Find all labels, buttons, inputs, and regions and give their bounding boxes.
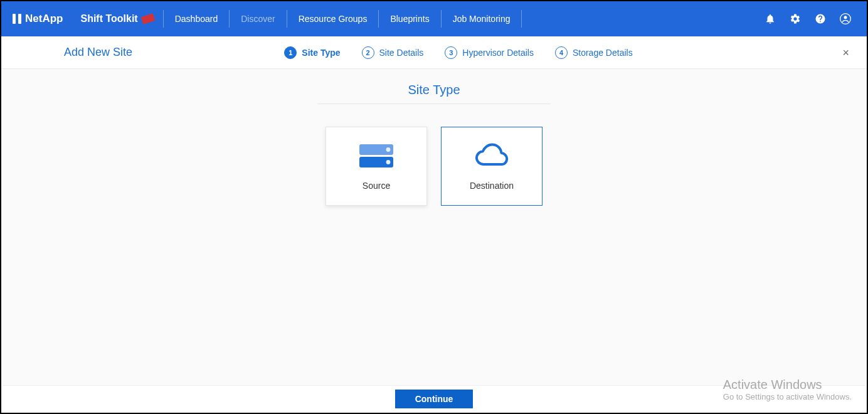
card-label: Source [363,181,390,191]
netapp-logo-icon [13,14,21,24]
nav-item-label: Dashboard [175,14,218,24]
close-icon[interactable]: × [842,47,849,58]
section-divider [317,104,551,104]
user-icon[interactable] [839,13,852,25]
nav-item-resource-groups[interactable]: Resource Groups [287,10,379,28]
step-storage-details[interactable]: 4 Storage Details [555,46,633,59]
nav-item-label: Job Monitoring [453,14,511,24]
gear-icon[interactable] [789,13,802,25]
nav-items: Dashboard Discover Resource Groups Bluep… [163,1,522,36]
card-label: Destination [470,181,514,191]
bell-icon[interactable] [764,13,776,25]
step-label: Storage Details [573,48,633,58]
site-type-card-source[interactable]: Source [326,127,427,206]
subheader: Add New Site 1 Site Type 2 Site Details … [1,36,867,69]
step-number: 2 [362,46,374,59]
step-site-details[interactable]: 2 Site Details [362,46,424,59]
page-title: Add New Site [64,46,132,59]
step-number: 4 [555,46,568,59]
step-site-type[interactable]: 1 Site Type [284,46,340,59]
nav-item-dashboard[interactable]: Dashboard [163,10,230,28]
help-icon[interactable] [814,13,827,25]
step-number: 3 [445,46,457,59]
brand: NetApp [13,13,63,25]
top-nav: NetApp Shift Toolkit Dashboard Discover … [1,1,867,36]
nav-icons [764,13,857,25]
nav-item-blueprints[interactable]: Blueprints [378,10,440,28]
nav-item-job-monitoring[interactable]: Job Monitoring [441,10,522,28]
nav-item-label: Discover [241,14,275,24]
svg-point-5 [386,160,391,164]
step-label: Site Details [379,48,424,58]
site-type-cards: Source Destination [1,127,867,206]
brand-name: NetApp [25,13,63,25]
nav-item-label: Resource Groups [299,14,368,24]
main-content: Site Type Source Destination [1,69,867,206]
section-title: Site Type [1,83,867,97]
product-name: Shift Toolkit [80,13,137,24]
stepper: 1 Site Type 2 Site Details 3 Hypervisor … [284,46,632,59]
step-label: Hypervisor Details [462,48,534,58]
step-hypervisor-details[interactable]: 3 Hypervisor Details [445,46,534,59]
step-label: Site Type [302,48,340,58]
site-type-card-destination[interactable]: Destination [441,127,542,206]
nav-item-label: Blueprints [390,14,429,24]
nav-item-discover[interactable]: Discover [229,10,286,28]
step-number: 1 [284,46,297,59]
continue-button[interactable]: Continue [395,390,473,408]
footer: Continue [3,385,865,411]
svg-point-1 [844,16,847,19]
server-icon [356,142,397,171]
preview-badge [140,13,155,24]
cloud-icon [471,142,512,171]
svg-point-3 [386,147,391,152]
